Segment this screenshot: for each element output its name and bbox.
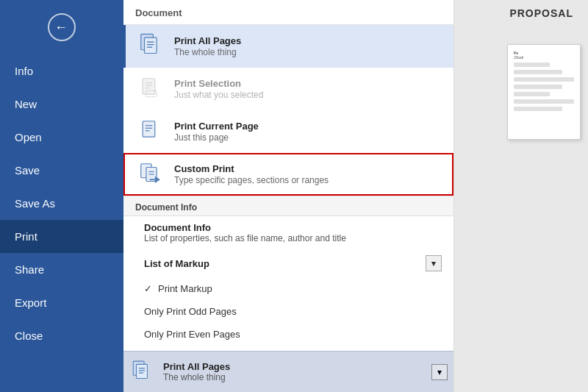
even-pages-label: Only Print Even Pages (144, 329, 240, 340)
main-content: Document Print All Pages The whole thing (123, 0, 588, 392)
sidebar-item-print[interactable]: Print (0, 220, 123, 253)
sidebar: ← Info New Open Save Save As Print Share… (0, 0, 123, 392)
print-all-pages-subtitle: The whole thing (174, 47, 241, 57)
print-current-page-subtitle: Just this page (174, 132, 259, 143)
markup-dropdown-arrow[interactable]: ▾ (426, 255, 442, 271)
print-selection-subtitle: Just what you selected (174, 90, 263, 100)
dropdown-scroll[interactable]: Print All Pages The whole thing Pri (123, 25, 453, 351)
simple-item-even-pages[interactable]: Only Print Even Pages (123, 323, 453, 346)
print-selection-icon (137, 75, 165, 103)
svg-rect-5 (143, 79, 155, 94)
svg-rect-10 (143, 121, 155, 137)
paper-preview: Pe(Studi (507, 44, 581, 140)
section-document-info: Document Info (123, 196, 453, 216)
custom-print-text: Custom Print Type specific pages, sectio… (174, 163, 329, 185)
print-current-page-title: Print Current Page (174, 121, 259, 132)
bottom-bar-text: Print All Pages The whole thing (163, 361, 431, 382)
print-selection-title: Print Selection (174, 78, 263, 89)
menu-item-print-all-pages[interactable]: Print All Pages The whole thing (123, 25, 453, 68)
odd-pages-label: Only Print Odd Pages (144, 306, 237, 317)
svg-rect-1 (145, 38, 157, 53)
sidebar-item-open[interactable]: Open (0, 121, 123, 154)
print-current-page-text: Print Current Page Just this page (174, 121, 259, 143)
bottom-bar[interactable]: Print All Pages The whole thing ▾ (123, 351, 453, 392)
sidebar-item-export[interactable]: Export (0, 286, 123, 319)
print-all-pages-text: Print All Pages The whole thing (174, 35, 241, 57)
bottom-bar-title: Print All Pages (163, 361, 431, 372)
preview-area: PROPOSAL Pe(Studi (454, 0, 588, 392)
dropdown-header: Document (123, 0, 453, 25)
bottom-bar-subtitle: The whole thing (163, 372, 431, 382)
sidebar-item-close[interactable]: Close (0, 319, 123, 352)
sidebar-item-info[interactable]: Info (0, 54, 123, 88)
simple-item-odd-pages[interactable]: Only Print Odd Pages (123, 300, 453, 323)
bottom-bar-dropdown-arrow[interactable]: ▾ (431, 364, 448, 380)
list-of-markup-label: List of Markup (144, 258, 209, 269)
simple-item-print-markup[interactable]: Print Markup (123, 277, 453, 300)
sidebar-item-share[interactable]: Share (0, 253, 123, 286)
print-current-page-icon (137, 118, 165, 146)
back-circle-icon[interactable]: ← (48, 13, 76, 41)
svg-rect-21 (137, 364, 148, 378)
svg-marker-18 (155, 176, 160, 183)
print-markup-label: Print Markup (158, 283, 212, 294)
custom-print-icon (137, 160, 165, 188)
sidebar-item-new[interactable]: New (0, 88, 123, 121)
document-info-title: Document Info (144, 222, 346, 233)
print-selection-text: Print Selection Just what you selected (174, 78, 263, 100)
custom-print-title: Custom Print (174, 163, 329, 174)
document-info-subtitle: List of properties, such as file name, a… (144, 233, 346, 243)
document-info-item[interactable]: Document Info List of properties, such a… (123, 216, 453, 249)
list-of-markup-row[interactable]: List of Markup ▾ (123, 249, 453, 277)
menu-item-print-current-page[interactable]: Print Current Page Just this page (123, 110, 453, 153)
proposal-label: PROPOSAL (509, 7, 573, 19)
menu-item-custom-print[interactable]: Custom Print Type specific pages, sectio… (123, 153, 453, 196)
dropdown-panel: Document Print All Pages The whole thing (123, 0, 454, 392)
back-button[interactable]: ← (0, 0, 123, 54)
menu-item-print-selection: Print Selection Just what you selected (123, 68, 453, 110)
sidebar-item-save[interactable]: Save (0, 154, 123, 187)
print-all-pages-icon (137, 32, 165, 60)
print-all-pages-title: Print All Pages (174, 35, 241, 46)
bottom-bar-icon (129, 359, 156, 385)
custom-print-subtitle: Type specific pages, sections or ranges (174, 175, 329, 185)
back-arrow-icon: ← (54, 21, 68, 34)
sidebar-item-save-as[interactable]: Save As (0, 187, 123, 220)
